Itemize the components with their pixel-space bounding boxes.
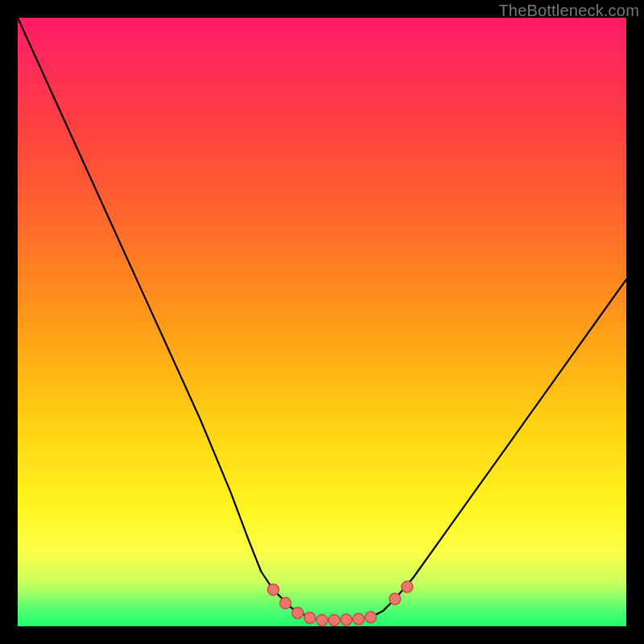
bottleneck-chart [18,18,626,626]
chart-frame: TheBottleneck.com [0,0,644,644]
data-point-marker [316,614,328,625]
data-point-marker [402,581,413,592]
data-point-marker [268,584,279,596]
data-point-marker [390,593,401,605]
plot-area [18,18,626,626]
data-point-marker [353,613,364,625]
bottleneck-curve [18,18,626,620]
data-point-marker [365,612,377,623]
data-point-marker [292,607,303,618]
data-point-marker [328,614,340,625]
data-point-marker [280,597,291,609]
data-point-marker [304,612,316,623]
data-point-marker [341,614,352,625]
watermark-text: TheBottleneck.com [498,2,639,20]
